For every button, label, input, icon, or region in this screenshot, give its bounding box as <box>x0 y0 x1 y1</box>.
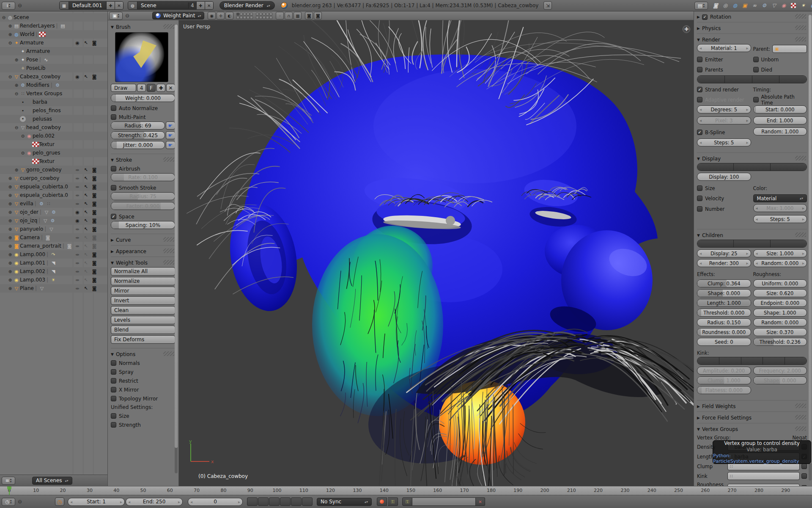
curve-panel-header[interactable]: ▶Curve <box>111 236 175 244</box>
properties-tab[interactable]: ⚙ <box>760 1 769 10</box>
selectability-arrow-icon[interactable] <box>82 193 90 198</box>
selectability-arrow-icon[interactable] <box>82 108 90 113</box>
space-checkbox[interactable]: Space <box>111 212 175 221</box>
outliner-row[interactable]: ◉ pelo.002 <box>0 132 107 140</box>
expand-toggle-icon[interactable] <box>14 83 19 88</box>
expand-toggle-icon[interactable] <box>7 261 13 265</box>
appearance-panel-header[interactable]: ▶Appearance <box>111 247 175 256</box>
weight-painted-head[interactable] <box>179 20 694 486</box>
outliner-row[interactable]: ✦ Armature <box>0 47 107 55</box>
renderability-camera-icon[interactable] <box>90 66 99 71</box>
layer-grid-2[interactable] <box>256 13 272 19</box>
renderability-camera-icon[interactable] <box>90 226 99 232</box>
selectability-arrow-icon[interactable] <box>82 235 90 240</box>
renderability-camera-icon[interactable] <box>90 243 99 249</box>
outliner-row[interactable]: ▤ RenderLayers ▤ <box>0 22 107 30</box>
roughness-slider[interactable]: Shape: 1.000 <box>753 309 807 317</box>
tool-shelf-scrollbar[interactable] <box>175 25 178 473</box>
expand-toggle-icon[interactable] <box>7 286 13 291</box>
editor-type-selector-info[interactable]: i▴▾ <box>2 2 15 10</box>
expand-toggle-icon[interactable] <box>7 244 13 248</box>
render-type-segment[interactable] <box>779 76 807 83</box>
selectability-arrow-icon[interactable] <box>82 125 90 130</box>
properties-scrollbar[interactable] <box>809 15 812 480</box>
outliner-row[interactable]: Textur <box>0 140 107 149</box>
bspline-checkbox[interactable]: B-Spline <box>697 128 751 137</box>
field-weights-header[interactable]: ▶Field Weights <box>697 402 807 411</box>
expand-toggle-icon[interactable] <box>7 210 13 215</box>
expand-toggle-icon[interactable] <box>14 58 19 62</box>
renderability-camera-icon[interactable] <box>90 218 99 224</box>
display-type-segment[interactable] <box>771 163 807 171</box>
children-type-segment[interactable] <box>697 240 734 247</box>
outliner-row[interactable]: ◙ Camera ◙ <box>0 233 107 242</box>
renderability-camera-icon[interactable] <box>90 133 99 139</box>
visibility-eye-icon[interactable] <box>73 57 82 63</box>
pivot-center-dropdown[interactable]: ◉ <box>208 12 216 19</box>
kink-type-segment[interactable] <box>697 357 719 364</box>
renderability-camera-icon[interactable] <box>90 277 99 283</box>
pressure-sensitivity-icon[interactable]: ☛ <box>166 121 175 130</box>
expand-toggle-icon[interactable] <box>7 202 13 206</box>
renderability-camera-icon[interactable] <box>90 23 99 29</box>
expand-toggle-icon[interactable] <box>7 185 13 189</box>
outliner-row[interactable]: ▽ cuerpo_cowboy <box>0 174 107 182</box>
render-panel-header[interactable]: ▼Render <box>697 36 807 44</box>
children-type-segment[interactable] <box>734 240 770 247</box>
snap-element-dropdown[interactable]: ▦ <box>294 12 302 19</box>
collapse-menus-icon[interactable]: ⊖ <box>18 499 22 505</box>
adaptive-render-checkbox[interactable]: Adaptive render <box>697 95 751 104</box>
option-checkbox[interactable]: Topology Mirror <box>111 394 175 403</box>
children-field[interactable]: Display: 25 <box>697 249 751 257</box>
visibility-eye-icon[interactable] <box>73 83 82 88</box>
display-steps-field[interactable]: Steps: 5 <box>753 215 807 223</box>
selectability-arrow-icon[interactable] <box>82 167 90 173</box>
renderability-camera-icon[interactable] <box>90 286 99 291</box>
expand-toggle-icon[interactable] <box>7 227 13 232</box>
renderability-camera-icon[interactable] <box>90 142 99 147</box>
smooth-factor-slider[interactable]: Factor: 0.900 <box>111 202 175 210</box>
expand-toggle-icon[interactable] <box>14 168 19 172</box>
outliner-row[interactable]: ⚙ Modifiers ⚙ <box>0 81 107 89</box>
pressure-sensitivity-icon[interactable]: ☛ <box>166 131 175 139</box>
spacing-slider[interactable]: Spacing: 10% <box>111 221 175 229</box>
rotation-panel-header[interactable]: ▶✓Rotation <box>697 13 807 21</box>
children-field[interactable]: Random: 0.000 <box>753 259 807 267</box>
strand-render-checkbox[interactable]: Strand render <box>697 85 751 94</box>
visibility-eye-icon[interactable] <box>73 99 82 105</box>
effects-slider[interactable]: Threshold: 0.000 <box>697 309 751 317</box>
renderability-camera-icon[interactable] <box>90 269 99 274</box>
renderability-camera-icon[interactable] <box>90 235 99 240</box>
properties-tab[interactable]: ◍ <box>730 1 740 10</box>
properties-tab[interactable]: ∞ <box>750 1 759 10</box>
visibility-eye-icon[interactable] <box>73 201 82 207</box>
collapse-menus-icon[interactable]: ⊖ <box>18 3 22 8</box>
renderability-camera-icon[interactable] <box>90 167 99 173</box>
properties-tab[interactable]: ◍ <box>808 1 812 10</box>
keying-set-field[interactable] <box>412 497 476 506</box>
expand-toggle-icon[interactable] <box>7 218 13 223</box>
selectability-arrow-icon[interactable] <box>82 218 90 224</box>
degrees-field[interactable]: Degrees: 5 <box>697 105 751 113</box>
display-panel-header[interactable]: ▼Display <box>697 155 807 163</box>
kink-type-segment[interactable] <box>763 357 785 364</box>
selectability-arrow-icon[interactable] <box>82 57 90 63</box>
renderability-camera-icon[interactable] <box>90 74 99 80</box>
brush-type-button[interactable]: Draw <box>111 84 136 92</box>
smooth-radius-slider[interactable]: Radius: 75 <box>111 192 175 200</box>
transport-button[interactable] <box>302 497 313 506</box>
renderability-camera-icon[interactable] <box>90 125 99 130</box>
parent-field[interactable]: ▣ <box>772 45 807 53</box>
visibility-eye-icon[interactable] <box>73 108 82 113</box>
properties-tab[interactable]: ◉ <box>779 1 788 10</box>
effects-slider[interactable]: Shape: 0.000 <box>697 289 751 297</box>
add-scene-button[interactable]: ✚ <box>196 2 205 9</box>
outliner-row[interactable]: Textur <box>0 157 107 166</box>
weight-tool-button[interactable]: Normalize All <box>111 267 175 276</box>
selectability-arrow-icon[interactable] <box>82 142 90 147</box>
selectability-arrow-icon[interactable] <box>82 99 90 105</box>
random-field[interactable]: Random: 1.000 <box>753 127 807 135</box>
outliner-row[interactable]: ◉ Lamp.003 ☀ <box>0 276 107 284</box>
expand-toggle-icon[interactable] <box>20 116 26 122</box>
display-type-segment[interactable] <box>697 163 734 171</box>
